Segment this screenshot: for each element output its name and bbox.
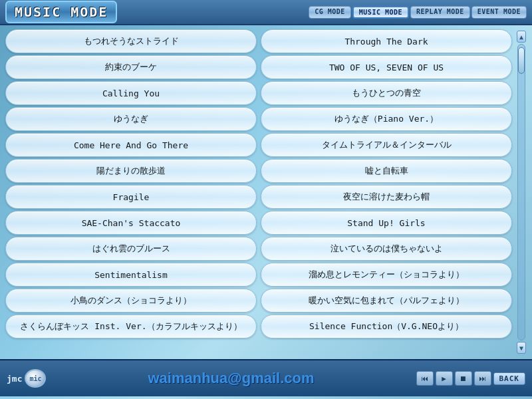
right-song-item[interactable]: タイムトライアル＆インターバル: [261, 133, 512, 157]
scroll-up-button[interactable]: ▲: [517, 31, 526, 43]
right-song-item[interactable]: ゆうなぎ（Piano Ver.）: [261, 107, 512, 131]
left-song-item[interactable]: はぐれ雲のブルース: [5, 237, 257, 261]
left-song-column: もつれそうなストライド約束のブーケCalling YouゆうなぎCome Her…: [5, 29, 257, 355]
scroll-track: [517, 44, 525, 340]
right-song-item[interactable]: もうひとつの青空: [261, 81, 512, 105]
left-song-item[interactable]: 約束のブーケ: [5, 55, 257, 79]
main-content: もつれそうなストライド約束のブーケCalling YouゆうなぎCome Her…: [0, 25, 532, 359]
left-song-item[interactable]: 陽だまりの散歩道: [5, 159, 257, 183]
right-song-item[interactable]: 夜空に溶けた麦わら帽: [261, 185, 512, 209]
bottom-bar: jmc mic waimanhua@gmail.com ⏮ ▶ ⏹ ⏭ BACK: [0, 359, 532, 396]
logo-mic-circle: mic: [25, 369, 46, 388]
play-button[interactable]: ▶: [436, 371, 453, 386]
left-song-item[interactable]: SAE-Chan's Staccato: [5, 211, 257, 235]
header: MUSIC MODE CG MODE MUSIC MODE REPLAY MOD…: [0, 0, 532, 25]
mode-tabs: CG MODE MUSIC MODE REPLAY MODE EVENT MOD…: [309, 6, 527, 19]
left-song-item[interactable]: 小鳥のダンス（ショコラより）: [5, 289, 257, 313]
next-button[interactable]: ⏭: [474, 371, 491, 386]
tab-music-mode[interactable]: MUSIC MODE: [352, 6, 409, 19]
tab-event-mode[interactable]: EVENT MODE: [471, 6, 527, 19]
left-song-item[interactable]: もつれそうなストライド: [5, 29, 257, 53]
left-song-item[interactable]: Come Here And Go There: [5, 133, 257, 157]
right-song-item[interactable]: 嘘と自転車: [261, 159, 512, 183]
right-song-item[interactable]: Silence Function（V.G.NEOより）: [261, 315, 512, 338]
stop-button[interactable]: ⏹: [455, 371, 472, 386]
scroll-thumb[interactable]: [518, 47, 525, 74]
scroll-down-button[interactable]: ▼: [517, 342, 526, 354]
right-song-item[interactable]: 泣いているのは僕ちゃないよ: [261, 237, 512, 261]
right-song-item[interactable]: Through The Dark: [261, 29, 512, 53]
left-song-item[interactable]: さくらんぼキッス Inst. Ver.（カラフルキッスより）: [5, 315, 257, 338]
left-song-item[interactable]: Calling You: [5, 81, 257, 105]
page-title: MUSIC MODE: [5, 1, 117, 23]
left-song-item[interactable]: Sentimentalism: [5, 263, 257, 287]
right-song-item[interactable]: 溜め息とレモンティー（ショコラより）: [261, 263, 512, 287]
watermark-text: waimanhua@gmail.com: [148, 370, 314, 387]
scrollbar: ▲ ▼: [516, 29, 527, 355]
left-song-item[interactable]: Fragile: [5, 185, 257, 209]
right-song-item[interactable]: Stand Up! Girls: [261, 211, 512, 235]
logo: jmc mic: [7, 369, 46, 388]
logo-jmc-text: jmc: [7, 374, 22, 384]
tab-cg-mode[interactable]: CG MODE: [309, 6, 351, 19]
right-song-item[interactable]: TWO OF US, SEVEN OF US: [261, 55, 512, 79]
left-song-item[interactable]: ゆうなぎ: [5, 107, 257, 131]
tab-replay-mode[interactable]: REPLAY MODE: [410, 6, 470, 19]
right-song-column: Through The DarkTWO OF US, SEVEN OF USもう…: [261, 29, 512, 355]
back-button[interactable]: BACK: [493, 372, 526, 385]
right-song-item[interactable]: 暖かい空気に包まれて（パルフェより）: [261, 289, 512, 313]
playback-controls: ⏮ ▶ ⏹ ⏭ BACK: [416, 371, 526, 386]
prev-button[interactable]: ⏮: [416, 371, 434, 386]
